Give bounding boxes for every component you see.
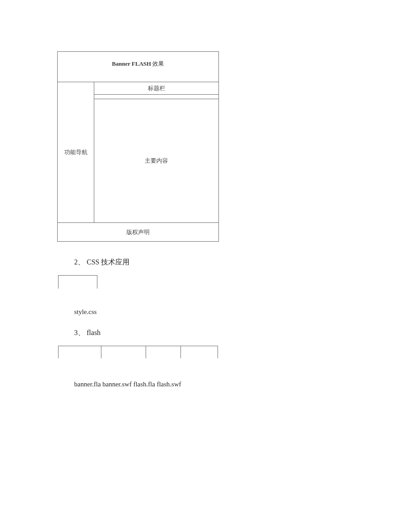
diagram-banner-row: Banner FLASH 效果	[58, 52, 218, 82]
section-3-text: flash	[85, 329, 101, 336]
section-3-heading: 3、 flash	[74, 328, 411, 338]
layout-diagram: Banner FLASH 效果 功能导航 标题栏 主要内容 版权声明	[57, 51, 219, 242]
flash-filenames: banner.fla banner.swf flash.fla flash.sw…	[74, 381, 411, 388]
diagram-content-label: 主要内容	[145, 157, 168, 165]
diagram-title-bar: 标题栏	[94, 82, 218, 95]
section-2-text: CSS 技术应用	[85, 258, 130, 266]
diagram-nav-label: 功能导航	[64, 148, 88, 156]
flash-box-1	[58, 346, 101, 358]
css-filename: style.css	[74, 308, 411, 316]
diagram-nav-column: 功能导航	[58, 82, 94, 222]
flash-placeholder-boxes	[58, 346, 411, 358]
diagram-banner-bold: Banner FLASH	[112, 60, 151, 67]
diagram-right-column: 标题栏 主要内容	[94, 82, 218, 222]
flash-box-2	[101, 346, 146, 358]
document-page: Banner FLASH 效果 功能导航 标题栏 主要内容 版权声明 2、 CS…	[0, 0, 411, 388]
section-3-number: 3、	[74, 328, 85, 338]
diagram-footer-label: 版权声明	[126, 228, 150, 236]
css-placeholder-box	[58, 275, 97, 289]
diagram-footer-row: 版权声明	[58, 222, 218, 241]
diagram-title-bar-label: 标题栏	[148, 84, 165, 92]
diagram-content-box: 主要内容	[94, 99, 218, 222]
flash-box-3	[146, 346, 180, 358]
section-2-heading: 2、 CSS 技术应用	[74, 258, 411, 267]
section-2-number: 2、	[74, 258, 85, 267]
diagram-banner-rest: 效果	[151, 60, 164, 67]
diagram-banner-text: Banner FLASH 效果	[112, 60, 164, 68]
diagram-middle-row: 功能导航 标题栏 主要内容	[58, 82, 218, 222]
flash-box-4	[180, 346, 218, 358]
diagram-gap-bar	[94, 95, 218, 99]
